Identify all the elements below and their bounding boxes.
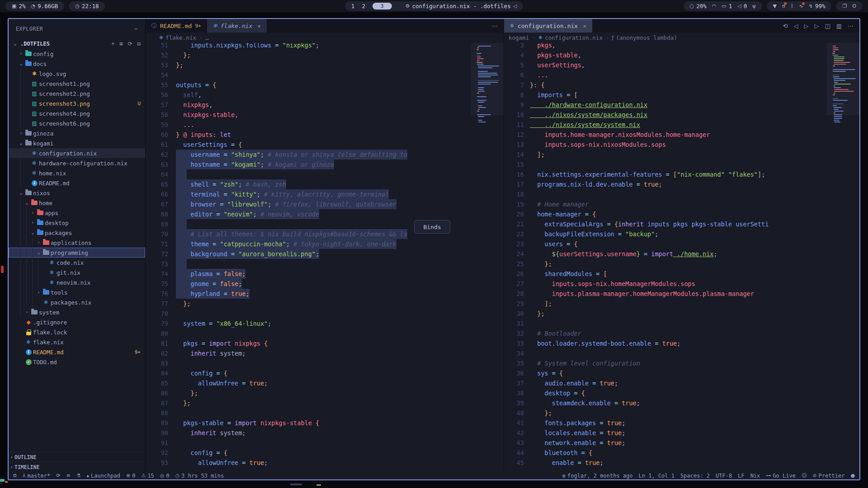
outline-section[interactable]: › OUTLINE: [9, 452, 145, 462]
refresh-icon[interactable]: ⟳: [128, 41, 132, 47]
status-go-live[interactable]: ⊶Go Live: [766, 473, 796, 479]
minimap-slider[interactable]: [471, 43, 504, 115]
status-feedback-icon[interactable]: ☺: [802, 473, 807, 479]
status-list-tree-icon[interactable]: ≡: [66, 473, 70, 479]
close-icon[interactable]: ×: [583, 23, 586, 29]
more-actions-icon[interactable]: ⋯: [492, 23, 498, 29]
tab-README.md[interactable]: ⓘREADME.md9+: [146, 19, 207, 33]
minimap[interactable]: [471, 43, 504, 472]
workspace-1[interactable]: 1: [351, 3, 355, 9]
tree-item-README.md[interactable]: iREADME.md: [9, 178, 145, 188]
new-file-icon[interactable]: +: [111, 41, 114, 47]
tree-item-configuration.nix[interactable]: ❄configuration.nix: [9, 148, 145, 158]
tree-item-desktop[interactable]: ›desktop: [9, 218, 145, 228]
tree-item-ginoza[interactable]: ›ginoza: [9, 128, 145, 138]
new-folder-icon[interactable]: ⊞: [119, 41, 123, 47]
tree-item-logo.svg[interactable]: ✱logo.svg: [9, 69, 145, 79]
status-utf-8[interactable]: UTF-8: [716, 473, 732, 479]
status-beaker-icon[interactable]: ⚗: [76, 473, 81, 479]
explorer-root[interactable]: ⌄ .DOTFILES +⊞⟳⊟: [9, 39, 145, 49]
status-sync-icon[interactable]: ⟳: [56, 473, 60, 479]
status-nix[interactable]: Nix: [750, 473, 760, 479]
minimap[interactable]: [827, 43, 859, 472]
status-3-hrs-53-mins[interactable]: ◷3 hrs 53 mins: [175, 473, 224, 479]
tree-item-flake.lock[interactable]: flake.lock: [9, 327, 145, 337]
wifi-icon[interactable]: ◠: [712, 3, 717, 9]
status-bell-icon[interactable]: ●: [850, 473, 855, 479]
status-foglar-2-months-ago[interactable]: φfoglar, 2 months ago: [562, 473, 633, 479]
workspace-2[interactable]: 2: [362, 3, 365, 9]
breadcrumb[interactable]: kogami›❄configuration.nix›ƒ(anonymous la…: [504, 33, 859, 43]
tree-item-screenshot4.png[interactable]: ▨screenshot4.png: [9, 108, 145, 118]
bluetooth-icon[interactable]: ᛒ: [791, 3, 794, 9]
clipboard-icon[interactable]: ❐: [842, 3, 847, 9]
more-actions-icon[interactable]: ⋯: [848, 23, 854, 29]
tree-item-.gitignore[interactable]: ◆.gitignore: [9, 317, 145, 327]
tab-flake.nix[interactable]: ❄flake.nix×: [207, 19, 267, 33]
calendar-icon[interactable]: ◷: [75, 3, 80, 9]
tree-item-screenshot2.png[interactable]: ▨screenshot2.png: [9, 89, 145, 99]
tree-item-home[interactable]: ⌄home: [9, 198, 145, 208]
tree-item-home.nix[interactable]: ❄home.nix: [9, 168, 145, 178]
status-spaces-2[interactable]: Spaces: 2: [680, 473, 710, 479]
tree-item-TODO.md[interactable]: ✓TODO.md: [9, 357, 145, 367]
status-remote-icon[interactable]: ⧉: [13, 473, 17, 479]
tree-item-kogami[interactable]: ⌄kogami: [9, 138, 145, 148]
breadcrumb-item[interactable]: …: [206, 34, 209, 41]
status-master-[interactable]: ⅄master*: [23, 473, 50, 479]
status-0[interactable]: ⊗0: [126, 473, 135, 479]
status-prettier[interactable]: ⊘Prettier: [812, 473, 844, 479]
explorer-more-icon[interactable]: ⋯: [134, 26, 138, 32]
tree-item-screenshot3.png[interactable]: ▨screenshot3.pngU: [9, 99, 145, 108]
breadcrumb-item[interactable]: ❄configuration.nix: [538, 34, 603, 41]
tab-configuration.nix[interactable]: ❄configuration.nix×: [504, 19, 592, 33]
history-icon[interactable]: ⟲: [783, 23, 788, 29]
tree-item-hardware-configuration.nix[interactable]: ❄hardware-configuration.nix: [9, 158, 145, 168]
volume-muted-icon[interactable]: ◁: [737, 3, 741, 9]
tree-item-git.nix[interactable]: ❄git.nix: [9, 267, 145, 277]
breadcrumb[interactable]: ❄flake.nix›…: [146, 33, 504, 43]
tree-item-docs[interactable]: ⌄docs: [9, 59, 145, 69]
breadcrumb-item[interactable]: ƒ(anonymous lambda): [612, 34, 677, 41]
power-icon[interactable]: ʘ: [852, 3, 856, 9]
minimap-slider[interactable]: [827, 43, 859, 115]
tree-item-packages[interactable]: ⌄packages: [9, 228, 145, 238]
timeline-section[interactable]: › TIMELINE: [9, 462, 145, 472]
tree-item-applications[interactable]: ›applications: [9, 238, 145, 248]
vpn-icon[interactable]: ▼: [773, 3, 777, 9]
tree-item-programming[interactable]: ⌄programming: [9, 248, 145, 258]
tree-item-README.md[interactable]: iREADME.md9+: [9, 347, 145, 357]
code-editor[interactable]: 3 pkgs,4 pkgs-stable,5 userSettings,6 ..…: [504, 43, 859, 472]
tree-item-config[interactable]: ›config: [9, 49, 145, 59]
layout-icon[interactable]: ▥: [836, 23, 842, 29]
tree-item-screenshot6.png[interactable]: ▨screenshot6.png: [9, 118, 145, 128]
tree-item-system[interactable]: ›system: [9, 307, 145, 317]
code-editor[interactable]: 51 inputs.nixpkgs.follows = "nixpkgs";52…: [146, 43, 504, 472]
tree-item-tools[interactable]: ›tools: [9, 287, 145, 297]
tree-item-code.nix[interactable]: ❄code.nix: [9, 258, 145, 267]
status-launchpad[interactable]: ▴Launchpad: [86, 473, 120, 479]
send-icon[interactable]: ◁: [513, 3, 517, 9]
prev-change-icon[interactable]: ◁: [793, 23, 798, 29]
split-editor-icon[interactable]: ◫: [825, 23, 830, 29]
cpu-icon[interactable]: ▣: [12, 3, 16, 9]
status-0[interactable]: ◎0: [160, 473, 170, 479]
mic-icon[interactable]: ψ: [752, 3, 755, 9]
status-lf[interactable]: LF: [738, 473, 744, 479]
breadcrumb-item[interactable]: ❄flake.nix: [159, 34, 196, 41]
run-icon[interactable]: ▷: [814, 23, 819, 29]
tree-item-screenshot1.png[interactable]: ▨screenshot1.png: [9, 79, 145, 89]
memory-icon[interactable]: ◔: [31, 3, 35, 9]
device-battery-icon[interactable]: ▭: [722, 3, 726, 9]
tree-item-flake.nix[interactable]: ❄flake.nix: [9, 337, 145, 347]
collapse-all-icon[interactable]: ⊟: [137, 41, 141, 47]
brightness-icon[interactable]: ○: [690, 3, 694, 9]
tree-item-packages.nix[interactable]: ❄packages.nix: [9, 297, 145, 307]
workspace-3[interactable]: 3: [373, 3, 392, 9]
tree-item-neovim.nix[interactable]: ❄neovim.nix: [9, 277, 145, 287]
tree-item-apps[interactable]: ›apps: [9, 208, 145, 218]
status-15[interactable]: ⚠15: [142, 473, 154, 479]
status-ln-1-col-1[interactable]: Ln 1, Col 1: [639, 473, 675, 479]
close-icon[interactable]: ×: [257, 23, 261, 29]
breadcrumb-item[interactable]: kogami: [509, 34, 529, 41]
